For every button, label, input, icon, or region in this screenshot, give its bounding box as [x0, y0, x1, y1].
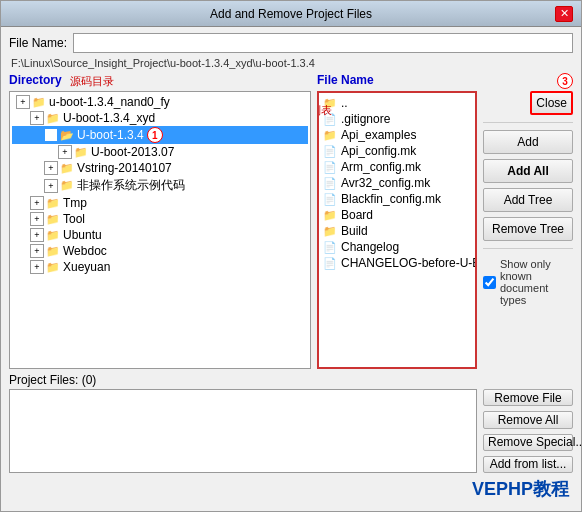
project-files-label: Project Files: (0): [9, 373, 477, 387]
tree-item[interactable]: + 📁 Tool: [12, 211, 308, 227]
list-item[interactable]: 📄 Avr32_config.mk: [321, 175, 473, 191]
tree-item[interactable]: + 📁 U-boot-2013.07: [12, 144, 308, 160]
file-list-label: File Name: [317, 73, 374, 87]
file-name-input[interactable]: [73, 33, 573, 53]
dialog: Add and Remove Project Files ✕ File Name…: [0, 0, 582, 512]
file-icon: 📄: [323, 177, 337, 190]
expand-icon[interactable]: +: [44, 179, 58, 193]
buttons-column: 3 Close Add Add All Add Tree Remove Tree…: [483, 73, 573, 369]
expand-icon[interactable]: +: [58, 145, 72, 159]
annotation-3: 3: [557, 73, 573, 89]
list-item[interactable]: 📁 Build: [321, 223, 473, 239]
title-bar: Add and Remove Project Files ✕: [1, 1, 581, 27]
tree-item[interactable]: + 📁 Xueyuan: [12, 259, 308, 275]
directory-label: Directory: [9, 73, 62, 87]
dialog-title: Add and Remove Project Files: [27, 7, 555, 21]
project-files-box[interactable]: [9, 389, 477, 473]
file-name-label: File Name:: [9, 36, 67, 50]
dialog-body: File Name: F:\Linux\Source_Insight_Proje…: [1, 27, 581, 511]
add-all-button[interactable]: Add All: [483, 159, 573, 183]
file-list-box[interactable]: 所选择的文件列表 2 📁 .. 📄 .gitignore 📁 Api_examp…: [317, 91, 477, 369]
expand-icon[interactable]: +: [16, 95, 30, 109]
show-known-types-label: Show only known document types: [500, 258, 573, 306]
directory-annotation: 源码目录: [70, 74, 114, 89]
add-button[interactable]: Add: [483, 130, 573, 154]
list-item[interactable]: 📄 Arm_config.mk: [321, 159, 473, 175]
annotation-1: 1: [147, 127, 163, 143]
tree-item[interactable]: + 📁 u-boot-1.3.4_nand0_fy: [12, 94, 308, 110]
list-item[interactable]: 📁 Board: [321, 207, 473, 223]
remove-file-button[interactable]: Remove File: [483, 389, 573, 406]
file-icon: 📄: [323, 161, 337, 174]
list-item[interactable]: 📁 Api_examples: [321, 127, 473, 143]
tree-item[interactable]: + 📁 Webdoc: [12, 243, 308, 259]
folder-icon: 📁: [323, 209, 337, 222]
remove-tree-button[interactable]: Remove Tree: [483, 217, 573, 241]
close-button[interactable]: Close: [530, 91, 573, 115]
expand-icon[interactable]: +: [30, 260, 44, 274]
file-icon: 📄: [323, 113, 337, 126]
expand-icon[interactable]: +: [30, 196, 44, 210]
expand-icon[interactable]: +: [30, 212, 44, 226]
file-list-panel: File Name 所选择的文件列表 2 📁 .. 📄 .gitignore 📁: [317, 73, 477, 369]
tree-item[interactable]: + 📁 Ubuntu: [12, 227, 308, 243]
close-x-button[interactable]: ✕: [555, 6, 573, 22]
folder-icon: 📁: [323, 225, 337, 238]
checkbox-row: Show only known document types: [483, 258, 573, 306]
directory-panel: Directory 源码目录 + 📁 u-boot-1.3.4_nand0_fy…: [9, 73, 311, 369]
remove-all-button[interactable]: Remove All: [483, 411, 573, 428]
add-tree-button[interactable]: Add Tree: [483, 188, 573, 212]
expand-icon[interactable]: +: [30, 111, 44, 125]
directory-tree[interactable]: + 📁 u-boot-1.3.4_nand0_fy + 📁 U-boot-1.3…: [9, 91, 311, 369]
tree-item-selected[interactable]: - 📂 U-boot-1.3.4 1: [12, 126, 308, 144]
tree-item[interactable]: + 📁 Vstring-20140107: [12, 160, 308, 176]
folder-icon: 📁: [323, 129, 337, 142]
list-item[interactable]: 📄 .gitignore: [321, 111, 473, 127]
list-item[interactable]: 📁 ..: [321, 95, 473, 111]
tree-item[interactable]: + 📁 Tmp: [12, 195, 308, 211]
brand-label: VEPHP教程: [472, 477, 573, 505]
expand-icon[interactable]: +: [30, 244, 44, 258]
list-item[interactable]: 📄 CHANGELOG-before-U-Boot-1.1.5: [321, 255, 473, 271]
file-icon: 📄: [323, 145, 337, 158]
list-item[interactable]: 📄 Blackfin_config.mk: [321, 191, 473, 207]
bottom-row: Project Files: (0) Remove File Remove Al…: [9, 373, 573, 473]
panels-and-buttons: Directory 源码目录 + 📁 u-boot-1.3.4_nand0_fy…: [9, 73, 573, 369]
path-label: F:\Linux\Source_Insight_Project\u-boot-1…: [11, 57, 573, 69]
expand-icon[interactable]: -: [44, 128, 58, 142]
list-item[interactable]: 📄 Api_config.mk: [321, 143, 473, 159]
expand-icon[interactable]: +: [30, 228, 44, 242]
folder-icon: 📁: [323, 97, 337, 110]
list-item[interactable]: 📄 Changelog: [321, 239, 473, 255]
file-icon: 📄: [323, 257, 337, 270]
file-name-row: File Name:: [9, 33, 573, 53]
remove-special-button[interactable]: Remove Special...: [483, 434, 573, 451]
bottom-buttons-col: Remove File Remove All Remove Special...…: [483, 373, 573, 473]
show-known-types-checkbox[interactable]: [483, 276, 496, 289]
project-files-panel: Project Files: (0): [9, 373, 477, 473]
tree-item[interactable]: + 📁 非操作系统示例代码: [12, 176, 308, 195]
file-icon: 📄: [323, 241, 337, 254]
file-icon: 📄: [323, 193, 337, 206]
tree-item[interactable]: + 📁 U-boot-1.3.4_xyd: [12, 110, 308, 126]
expand-icon[interactable]: +: [44, 161, 58, 175]
add-from-list-button[interactable]: Add from list...: [483, 456, 573, 473]
